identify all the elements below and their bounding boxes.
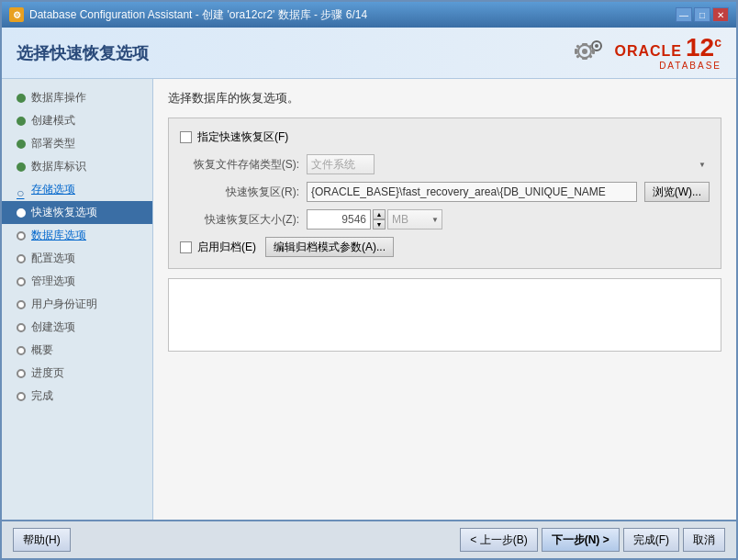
recovery-storage-select[interactable]: 文件系统 [307,154,375,174]
sidebar-item-db-op[interactable]: 数据库操作 [2,86,152,109]
spinbox-up-button[interactable]: ▲ [373,209,386,219]
title-bar-left: ⚙ Database Configuration Assistant - 创建 … [9,7,367,23]
step-dot [17,208,26,218]
app-icon: ⚙ [9,7,24,22]
title-buttons: — □ ✕ [676,7,729,22]
sidebar-item-progress[interactable]: 进度页 [2,362,152,385]
step-dot [17,369,26,378]
step-dot [17,323,26,332]
recovery-size-input[interactable] [307,209,371,230]
archive-edit-button[interactable]: 编辑归档模式参数(A)... [265,237,394,257]
back-button[interactable]: < 上一步(B) [460,528,537,552]
sidebar-item-mgmt[interactable]: 管理选项 [2,270,152,293]
content-area: 选择数据库的恢复选项。 指定快速恢复区(F) 恢复文件存储类型(S): 文件系统 [153,79,736,520]
recovery-area-row: 快速恢复区(R): 浏览(W)... [180,182,710,202]
step-dot: ○ [17,185,26,195]
size-unit-select[interactable]: MB [387,209,442,230]
recovery-size-label: 快速恢复区大小(Z): [180,212,299,228]
recovery-form-section: 指定快速恢复区(F) 恢复文件存储类型(S): 文件系统 快速恢复区(R): 浏… [168,118,721,269]
recovery-area-input[interactable] [307,182,637,202]
step-dot [17,300,26,309]
step-dot [17,346,26,355]
step-dot [17,392,26,401]
sidebar-item-finish[interactable]: 完成 [2,385,152,408]
footer: 帮助(H) < 上一步(B) 下一步(N) > 完成(F) 取消 [2,520,736,558]
recovery-storage-select-wrapper: 文件系统 [307,154,710,174]
footer-nav-buttons: < 上一步(B) 下一步(N) > 完成(F) 取消 [460,528,725,552]
next-button[interactable]: 下一步(N) > [542,528,620,552]
specify-fast-recovery-checkbox[interactable] [180,131,192,143]
step-dot [17,140,26,149]
archive-checkbox-label: 启用归档(E) [197,240,256,255]
step-dot [17,254,26,263]
step-dot [17,162,26,172]
step-dot [17,231,26,241]
recovery-storage-row: 恢复文件存储类型(S): 文件系统 [180,154,710,174]
help-button[interactable]: 帮助(H) [13,528,71,552]
oracle-logo: ORACLE 12c DATABASE [566,35,721,72]
sidebar-item-deploy-type[interactable]: 部署类型 [2,132,152,155]
svg-point-3 [595,44,598,48]
sidebar-item-storage[interactable]: ○ 存储选项 [2,178,152,201]
specify-checkbox-row: 指定快速恢复区(F) [180,129,710,145]
size-unit-wrapper: MB [387,209,442,230]
oracle-text: ORACLE 12c DATABASE [614,35,721,71]
section-intro: 选择数据库的恢复选项。 [168,90,721,106]
preview-area [168,278,721,352]
cancel-button[interactable]: 取消 [683,528,725,552]
sidebar-item-config[interactable]: 配置选项 [2,247,152,270]
spinbox-buttons: ▲ ▼ [373,209,386,230]
window-title: Database Configuration Assistant - 创建 'o… [29,7,367,23]
sidebar-item-db-options[interactable]: 数据库选项 [2,224,152,247]
sidebar: 数据库操作 创建模式 部署类型 数据库标识 ○ 存储选项 快速恢复选项 [2,79,153,520]
svg-point-1 [582,49,587,54]
main-content: 数据库操作 创建模式 部署类型 数据库标识 ○ 存储选项 快速恢复选项 [2,79,736,520]
sidebar-item-create-mode[interactable]: 创建模式 [2,109,152,132]
browse-button[interactable]: 浏览(W)... [644,182,710,202]
main-window: ⚙ Database Configuration Assistant - 创建 … [0,0,738,560]
oracle-version-text: 12c [686,35,721,61]
oracle-gears-icon [566,35,610,72]
sidebar-item-fast-recovery[interactable]: 快速恢复选项 [2,201,152,224]
recovery-storage-label: 恢复文件存储类型(S): [180,157,299,173]
archive-row: 启用归档(E) 编辑归档模式参数(A)... [180,237,710,257]
step-dot [17,117,26,126]
title-bar: ⚙ Database Configuration Assistant - 创建 … [2,2,736,28]
oracle-brand-text: ORACLE [614,43,682,60]
minimize-button[interactable]: — [676,7,692,22]
step-dot [17,277,26,286]
sidebar-item-credentials[interactable]: 用户身份证明 [2,293,152,316]
recovery-size-spinbox: ▲ ▼ MB [307,209,442,230]
specify-checkbox-label: 指定快速恢复区(F) [197,129,288,145]
archive-checkbox[interactable] [180,241,192,253]
recovery-area-label: 快速恢复区(R): [180,185,299,200]
recovery-size-row: 快速恢复区大小(Z): ▲ ▼ MB [180,209,710,230]
sidebar-item-db-id[interactable]: 数据库标识 [2,155,152,178]
header-area: 选择快速恢复选项 ORACLE [2,28,736,79]
spinbox-down-button[interactable]: ▼ [373,219,386,230]
maximize-button[interactable]: □ [694,7,710,22]
svg-rect-7 [592,49,595,54]
step-dot [17,94,26,103]
oracle-db-text: DATABASE [659,61,721,71]
svg-rect-4 [582,43,587,46]
close-button[interactable]: ✕ [712,7,729,22]
sidebar-item-summary[interactable]: 概要 [2,339,152,362]
svg-rect-5 [582,57,587,60]
finish-button[interactable]: 完成(F) [623,528,679,552]
svg-rect-6 [575,49,577,54]
sidebar-item-create-options[interactable]: 创建选项 [2,316,152,339]
page-title: 选择快速恢复选项 [17,42,149,64]
